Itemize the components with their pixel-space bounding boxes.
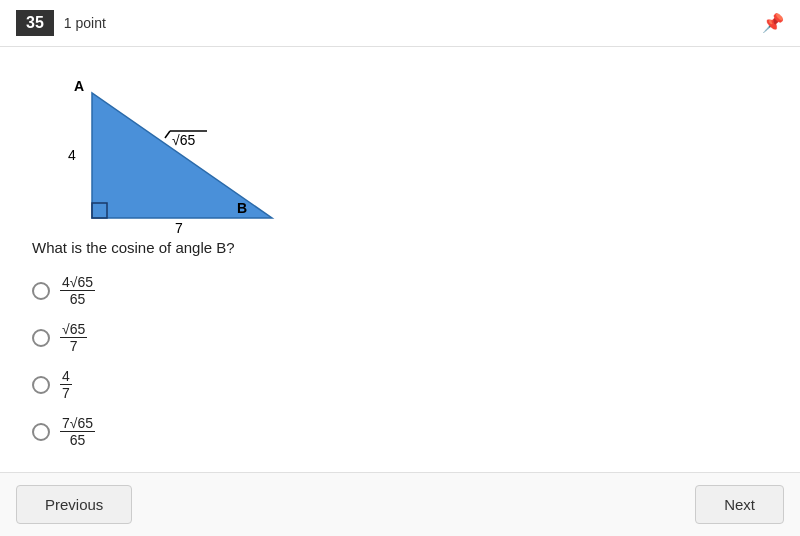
radio-c[interactable] (32, 376, 50, 394)
option-d[interactable]: 7√65 65 (32, 415, 768, 448)
radio-a[interactable] (32, 282, 50, 300)
option-c-denominator: 7 (60, 385, 72, 401)
svg-text:4: 4 (68, 147, 76, 163)
svg-text:7: 7 (175, 220, 183, 233)
option-d-numerator: 7√65 (60, 415, 95, 432)
svg-text:√65: √65 (172, 132, 195, 148)
option-d-denominator: 65 (68, 432, 88, 448)
svg-text:A: A (74, 78, 84, 94)
previous-button[interactable]: Previous (16, 485, 132, 524)
option-c[interactable]: 4 7 (32, 368, 768, 401)
svg-line-8 (165, 131, 170, 138)
next-button[interactable]: Next (695, 485, 784, 524)
option-b-numerator: √65 (60, 321, 87, 338)
option-c-numerator: 4 (60, 368, 72, 385)
option-b-denominator: 7 (68, 338, 80, 354)
option-c-label: 4 7 (60, 368, 72, 401)
triangle-diagram: A B 4 7 √65 (32, 63, 312, 223)
question-number: 35 (16, 10, 54, 36)
pin-icon[interactable]: 📌 (762, 12, 784, 34)
radio-b[interactable] (32, 329, 50, 347)
svg-text:B: B (237, 200, 247, 216)
content-area: A B 4 7 √65 What is the cosine of angle … (0, 47, 800, 472)
navigation-footer: Previous Next (0, 472, 800, 536)
points-label: 1 point (64, 15, 106, 31)
option-d-label: 7√65 65 (60, 415, 95, 448)
option-a-denominator: 65 (68, 291, 88, 307)
option-b-label: √65 7 (60, 321, 87, 354)
question-text: What is the cosine of angle B? (32, 239, 768, 256)
options-list: 4√65 65 √65 7 4 7 (32, 274, 768, 448)
question-header: 35 1 point 📌 (0, 0, 800, 47)
option-a[interactable]: 4√65 65 (32, 274, 768, 307)
option-a-numerator: 4√65 (60, 274, 95, 291)
radio-d[interactable] (32, 423, 50, 441)
option-a-label: 4√65 65 (60, 274, 95, 307)
option-b[interactable]: √65 7 (32, 321, 768, 354)
